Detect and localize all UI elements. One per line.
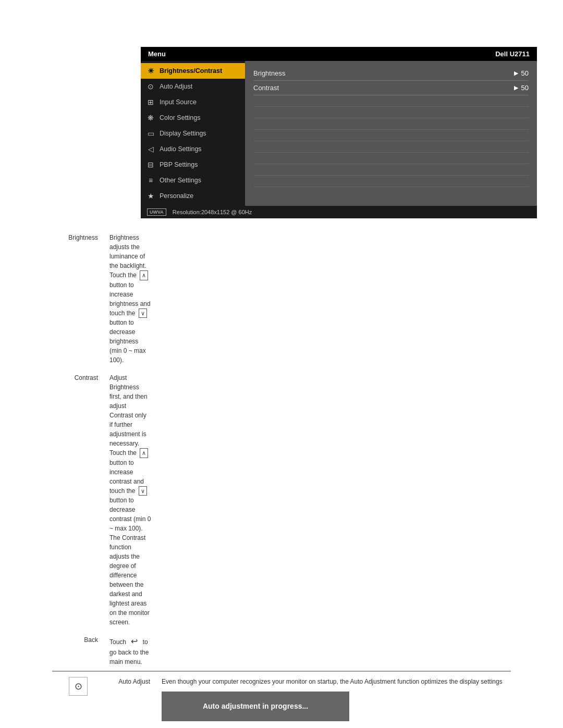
brightness-desc-label: Brightness [52,229,104,369]
menu-item-label: Audio Settings [160,145,202,153]
back-arrow-icon: ↩ [131,635,138,648]
personalize-icon: ★ [146,192,155,200]
display-settings-icon: ▭ [146,129,155,138]
menu-item-color-settings[interactable]: ❋ Color Settings [141,110,245,126]
brightness-desc-content: Brightness adjusts the luminance of the … [104,229,156,369]
menu-item-label: Auto Adjust [160,83,192,90]
brightness-label: Brightness [253,69,285,77]
empty-row-1 [253,95,529,107]
menu-item-personalize[interactable]: ★ Personalize [141,188,245,204]
down-arrow-contrast-icon: ∨ [139,486,147,496]
brightness-row: Brightness ▶ 50 [253,66,529,81]
menu-item-label: Other Settings [160,177,201,184]
empty-row-5 [253,141,529,153]
menu-item-brightness-contrast[interactable]: ☀ Brightness/Contrast [141,63,245,79]
auto-adjust-section-icon: ⊙ [69,677,88,696]
resolution-text: Resolution:2048x1152 @ 60Hz [173,209,252,215]
contrast-desc-row: Contrast Adjust Brightness first, and th… [52,369,511,631]
auto-adjust-section-label: Auto Adjust [104,671,156,728]
menu-item-other-settings[interactable]: ≡ Other Settings [141,172,245,188]
menu-item-label: Personalize [160,192,193,200]
menu-item-label: Input Source [160,98,197,106]
brightness-value: ▶ 50 [514,69,529,77]
up-arrow-icon: ∧ [140,270,148,280]
empty-row-6 [253,153,529,164]
auto-adjust-section-content: Even though your computer recognizes you… [156,671,511,728]
contrast-label: Contrast [253,84,279,92]
empty-row-4 [253,130,529,141]
menu-item-label: Display Settings [160,130,206,137]
contrast-arrow-icon: ▶ [514,84,518,91]
auto-adjust-progress-box: Auto adjustment in progress... [162,692,349,721]
menu-item-auto-adjust[interactable]: ⊙ Auto Adjust [141,79,245,94]
back-desc-content: Touch ↩ to go back to the main menu. [104,631,156,671]
contrast-row: Contrast ▶ 50 [253,81,529,95]
auto-adjust-section-row: ⊙ Auto Adjust Even though your computer … [52,671,511,728]
menu-item-label: Color Settings [160,114,201,121]
menu-item-input-source[interactable]: ⊞ Input Source [141,94,245,110]
empty-row-7 [253,164,529,176]
osd-model-label: Dell U2711 [495,50,530,58]
contrast-value: ▶ 50 [514,84,529,92]
dell-uwva-logo: UWVA [147,208,166,216]
back-desc-row: Back Touch ↩ to go back to the main menu… [52,631,511,671]
brightness-icon: ☀ [146,67,155,75]
input-source-icon: ⊞ [146,98,155,106]
auto-adjust-icon: ⊙ [146,82,155,91]
menu-item-display-settings[interactable]: ▭ Display Settings [141,126,245,141]
audio-settings-icon: ◁ [146,145,155,153]
color-settings-icon: ❋ [146,114,155,122]
back-desc-label: Back [52,631,104,671]
down-arrow-icon: ∨ [139,309,147,318]
contrast-desc-content: Adjust Brightness first, and then adjust… [104,369,156,631]
empty-row-8 [253,176,529,187]
osd-footer: UWVA Resolution:2048x1152 @ 60Hz [141,206,537,218]
up-arrow-contrast-icon: ∧ [140,448,148,458]
osd-menu-label: Menu [148,50,166,58]
menu-item-label: Brightness/Contrast [160,67,222,75]
contrast-desc-label: Contrast [52,369,104,631]
empty-row-2 [253,107,529,118]
pbp-settings-icon: ⊟ [146,161,155,169]
menu-item-audio-settings[interactable]: ◁ Audio Settings [141,141,245,157]
other-settings-icon: ≡ [146,176,155,184]
menu-item-label: PBP Settings [160,161,198,168]
brightness-desc-row: Brightness Brightness adjusts the lumina… [52,229,511,369]
menu-item-pbp-settings[interactable]: ⊟ PBP Settings [141,157,245,172]
brightness-arrow-icon: ▶ [514,70,518,77]
empty-row-3 [253,118,529,130]
